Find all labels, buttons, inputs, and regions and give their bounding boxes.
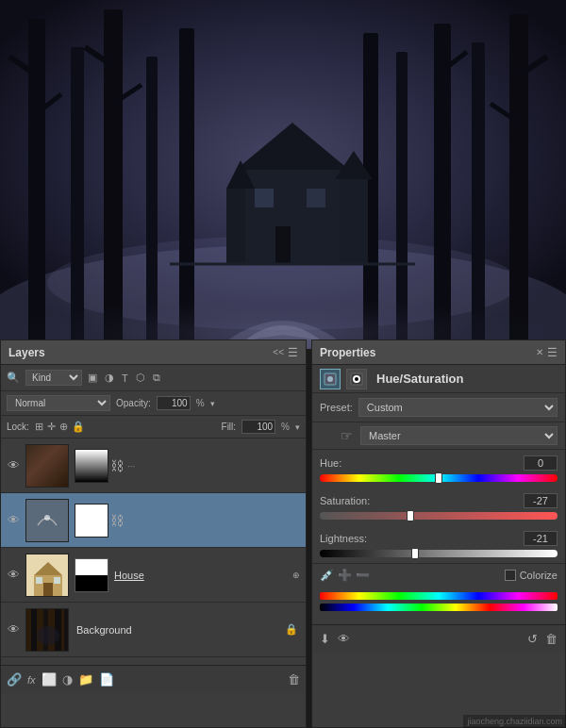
svg-rect-22 (340, 179, 368, 264)
delete-layer-icon[interactable]: 🗑 (288, 672, 300, 687)
layer-thumbnail (25, 554, 69, 597)
lightness-value-input[interactable] (524, 531, 558, 546)
eyedropper-icon[interactable]: 💉 (320, 569, 334, 582)
properties-menu-icon[interactable]: ☰ (547, 346, 558, 359)
eyedropper-subtract-icon[interactable]: ➖ (356, 569, 370, 582)
fill-input[interactable] (241, 420, 275, 434)
layer-item[interactable]: 👁 ⛓ (1, 493, 306, 548)
layer-item[interactable]: 👁 Background (1, 603, 306, 657)
hue-value-input[interactable] (524, 455, 558, 471)
lock-all-icon[interactable]: 🔒 (72, 421, 85, 433)
properties-collapse-btn[interactable]: ✕ (536, 347, 543, 357)
preset-row: Preset: Custom Default Cyanotype Sepia (312, 393, 565, 422)
layer-badge: ⊕ (292, 571, 302, 580)
filter-smartobj-icon[interactable]: ⧉ (151, 371, 162, 385)
layer-chain-icon: ⛓ (110, 513, 124, 528)
reset-to-default-icon[interactable]: ↺ (527, 632, 538, 646)
opacity-dropdown-icon[interactable]: ▾ (210, 399, 215, 408)
colorize-check: Colorize (505, 570, 558, 581)
channel-select[interactable]: Master Reds Yellows Greens Cyans Blues M… (360, 426, 558, 445)
preset-select[interactable]: Custom Default Cyanotype Sepia (358, 398, 558, 417)
svg-rect-39 (31, 609, 37, 652)
lightness-thumb[interactable] (411, 548, 419, 559)
layer-thumbnail (25, 444, 69, 488)
layer-chain-icon: ⛓ (110, 458, 124, 473)
layers-toolbar: 🔍 Kind ▣ ◑ T ⬡ ⧉ (1, 365, 306, 391)
spectrum-top-bar (320, 592, 558, 600)
svg-rect-36 (36, 577, 42, 584)
hue-sat-icon-btn[interactable] (320, 369, 341, 389)
properties-toolbar: Hue/Saturation (312, 365, 565, 393)
svg-rect-27 (307, 189, 325, 207)
delete-prop-icon[interactable]: 🗑 (545, 632, 558, 646)
layer-item[interactable]: 👁 Hous (1, 548, 306, 603)
hue-track[interactable] (320, 474, 558, 482)
colorize-checkbox[interactable] (505, 570, 516, 581)
filter-type-icon[interactable]: T (120, 372, 130, 385)
link-layers-icon[interactable]: 🔗 (7, 672, 22, 687)
lock-transform-icon[interactable]: ⊕ (59, 421, 68, 433)
eye-visibility-icon[interactable]: 👁 (338, 632, 350, 646)
hue-label: Hue: (320, 457, 341, 469)
svg-rect-20 (236, 170, 349, 264)
svg-point-43 (37, 626, 59, 645)
cursor-icon[interactable]: ☞ (341, 428, 353, 443)
layer-visibility-toggle[interactable]: 👁 (5, 568, 22, 582)
colorize-label: Colorize (520, 570, 558, 581)
spectrum-bottom-bar (320, 604, 558, 611)
layer-visibility-toggle[interactable]: 👁 (5, 622, 22, 637)
clip-to-layer-icon[interactable]: ⬇ (320, 632, 330, 646)
kind-select[interactable]: Kind (25, 370, 82, 386)
saturation-label: Saturation: (320, 495, 370, 506)
lightness-track[interactable] (320, 550, 558, 557)
blend-mode-select[interactable]: Normal (7, 395, 110, 411)
lock-checkerboard-icon[interactable]: ⊞ (35, 421, 43, 433)
layer-info: ··· (124, 460, 302, 472)
canvas-area (0, 0, 566, 349)
layers-footer: 🔗 fx ⬜ ◑ 📁 📄 🗑 (1, 665, 306, 693)
filter-shape-icon[interactable]: ⬡ (134, 371, 147, 385)
add-mask-icon[interactable]: ⬜ (42, 672, 57, 687)
create-group-icon[interactable]: 📁 (78, 672, 93, 687)
layers-collapse-btn[interactable]: << (273, 347, 284, 357)
fill-dropdown-icon[interactable]: ▾ (295, 422, 300, 432)
layers-panel: Layers << ☰ 🔍 Kind ▣ ◑ T ⬡ ⧉ Normal Opac… (0, 339, 307, 728)
properties-footer: ⬇ 👁 ↺ 🗑 (312, 624, 565, 653)
create-layer-icon[interactable]: 📄 (99, 672, 114, 687)
saturation-thumb[interactable] (407, 510, 414, 521)
add-layer-style-icon[interactable]: fx (27, 674, 36, 686)
layer-mask[interactable] (75, 504, 108, 538)
filter-adjustment-icon[interactable]: ◑ (103, 371, 116, 385)
layer-thumbnail (25, 499, 69, 542)
properties-panel: Properties ✕ ☰ Hue/Saturation (311, 339, 566, 728)
mask-icon-btn[interactable] (346, 369, 367, 389)
saturation-track[interactable] (320, 512, 558, 520)
layer-name: Background (76, 624, 132, 636)
spectrum-bars (312, 587, 565, 617)
properties-panel-header: Properties ✕ ☰ (312, 340, 565, 365)
add-adjustment-icon[interactable]: ◑ (62, 672, 73, 687)
filter-pixel-icon[interactable]: ▣ (86, 371, 99, 385)
layer-visibility-toggle[interactable]: 👁 (5, 458, 22, 472)
layers-menu-icon[interactable]: ☰ (288, 346, 298, 359)
lock-move-icon[interactable]: ✛ (47, 421, 56, 433)
layers-panel-header: Layers << ☰ (1, 340, 306, 365)
layer-mask[interactable] (75, 449, 108, 483)
layer-visibility-toggle[interactable]: 👁 (5, 513, 22, 527)
lightness-label: Lightness: (320, 533, 367, 544)
channel-row: ☞ Master Reds Yellows Greens Cyans Blues… (312, 422, 565, 450)
eyedropper-add-icon[interactable]: ➕ (338, 569, 352, 582)
svg-point-31 (44, 515, 50, 521)
svg-point-48 (355, 377, 358, 381)
layer-item[interactable]: 👁 ⛓ ··· (1, 438, 306, 493)
opacity-input[interactable] (157, 396, 191, 410)
layer-mask[interactable] (75, 558, 108, 592)
svg-rect-26 (255, 189, 274, 207)
layers-list[interactable]: 👁 ⛓ ··· 👁 (1, 438, 306, 665)
hue-thumb[interactable] (435, 472, 442, 484)
lock-row: Lock: ⊞ ✛ ⊕ 🔒 Fill: % ▾ (1, 416, 306, 438)
blend-row: Normal Opacity: % ▾ (1, 391, 306, 416)
saturation-value-input[interactable] (524, 493, 558, 508)
preset-label: Preset: (320, 402, 353, 413)
lock-label: Lock: (7, 422, 29, 432)
